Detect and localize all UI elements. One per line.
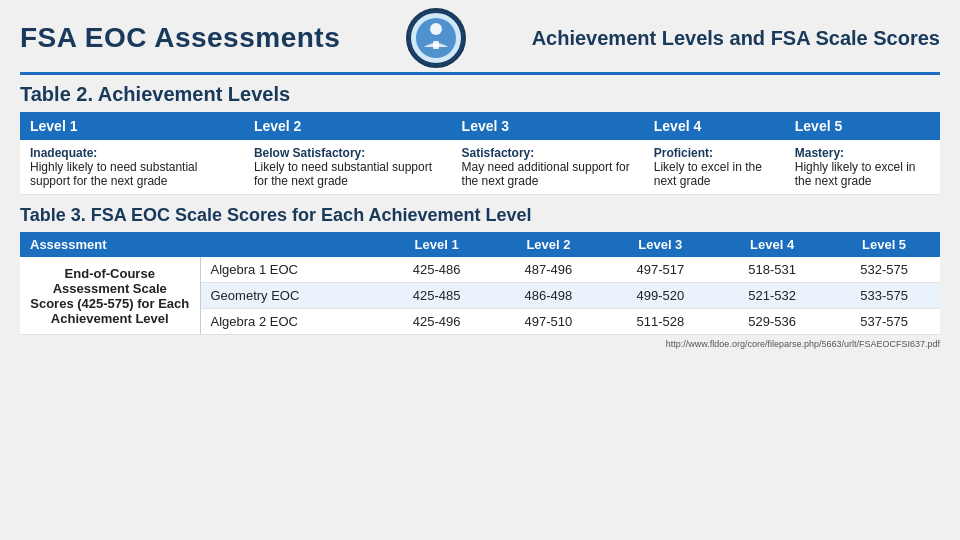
col-t3-level5: Level 5 — [828, 232, 940, 257]
page-title: FSA EOC Assessments — [20, 22, 340, 54]
level3-label: Satisfactory: — [462, 146, 535, 160]
table2-wrapper: Level 1 Level 2 Level 3 Level 4 Level 5 … — [0, 112, 960, 195]
col-t3-level4: Level 4 — [716, 232, 828, 257]
level4-desc: Likely to excel in the next grade — [654, 160, 762, 188]
col-level1: Level 1 — [20, 112, 244, 140]
algebra1-l1: 425-486 — [381, 257, 493, 283]
achievement-table: Level 1 Level 2 Level 3 Level 4 Level 5 … — [20, 112, 940, 195]
table3-wrapper: Assessment Level 1 Level 2 Level 3 Level… — [0, 232, 960, 335]
algebra2-l4: 529-536 — [716, 309, 828, 335]
level3-desc: May need additional support for the next… — [462, 160, 630, 188]
algebra1-l5: 532-575 — [828, 257, 940, 283]
logo-svg — [409, 11, 463, 65]
header-subtitle: Achievement Levels and FSA Scale Scores — [532, 27, 940, 50]
col-level4: Level 4 — [644, 112, 785, 140]
geometry-l5: 533-575 — [828, 283, 940, 309]
svg-rect-3 — [433, 41, 439, 49]
level4-label: Proficient: — [654, 146, 713, 160]
algebra2-l1: 425-496 — [381, 309, 493, 335]
table3-title: Table 3. FSA EOC Scale Scores for Each A… — [0, 195, 960, 232]
table-row: End-of-Course Assessment Scale Scores (4… — [20, 257, 940, 283]
level5-cell: Mastery: Highly likely to excel in the n… — [785, 140, 940, 195]
table3-header-row: Assessment Level 1 Level 2 Level 3 Level… — [20, 232, 940, 257]
table2-header-row: Level 1 Level 2 Level 3 Level 4 Level 5 — [20, 112, 940, 140]
geometry-l4: 521-532 — [716, 283, 828, 309]
page: FSA EOC Assessments Achievement Levels a… — [0, 0, 960, 540]
assessment-algebra2: Algebra 2 EOC — [200, 309, 381, 335]
scale-table: Assessment Level 1 Level 2 Level 3 Level… — [20, 232, 940, 335]
algebra1-l2: 487-496 — [493, 257, 605, 283]
col-t3-level3: Level 3 — [604, 232, 716, 257]
level1-label: Inadequate: — [30, 146, 97, 160]
level2-cell: Below Satisfactory: Likely to need subst… — [244, 140, 452, 195]
col-assessment: Assessment — [20, 232, 381, 257]
col-level3: Level 3 — [452, 112, 644, 140]
algebra1-l4: 518-531 — [716, 257, 828, 283]
level4-cell: Proficient: Likely to excel in the next … — [644, 140, 785, 195]
col-t3-level2: Level 2 — [493, 232, 605, 257]
table-row: Inadequate: Highly likely to need substa… — [20, 140, 940, 195]
level5-desc: Highly likely to excel in the next grade — [795, 160, 916, 188]
geometry-l1: 425-485 — [381, 283, 493, 309]
row-header: End-of-Course Assessment Scale Scores (4… — [20, 257, 200, 335]
table2-title: Table 2. Achievement Levels — [0, 75, 960, 112]
header: FSA EOC Assessments Achievement Levels a… — [0, 0, 960, 72]
algebra2-l3: 511-528 — [604, 309, 716, 335]
header-left: FSA EOC Assessments — [20, 22, 340, 54]
geometry-l2: 486-498 — [493, 283, 605, 309]
level3-cell: Satisfactory: May need additional suppor… — [452, 140, 644, 195]
svg-point-2 — [430, 23, 442, 35]
col-t3-level1: Level 1 — [381, 232, 493, 257]
assessment-algebra1: Algebra 1 EOC — [200, 257, 381, 283]
level5-label: Mastery: — [795, 146, 844, 160]
col-level5: Level 5 — [785, 112, 940, 140]
level2-desc: Likely to need substantial support for t… — [254, 160, 432, 188]
level2-label: Below Satisfactory: — [254, 146, 365, 160]
col-level2: Level 2 — [244, 112, 452, 140]
algebra2-l5: 537-575 — [828, 309, 940, 335]
algebra1-l3: 497-517 — [604, 257, 716, 283]
level1-desc: Highly likely to need substantial suppor… — [30, 160, 197, 188]
footer-url: http://www.fldoe.org/core/fileparse.php/… — [666, 339, 940, 349]
geometry-l3: 499-520 — [604, 283, 716, 309]
algebra2-l2: 497-510 — [493, 309, 605, 335]
footer: http://www.fldoe.org/core/fileparse.php/… — [0, 335, 960, 351]
logo — [406, 8, 466, 68]
assessment-geometry: Geometry EOC — [200, 283, 381, 309]
level1-cell: Inadequate: Highly likely to need substa… — [20, 140, 244, 195]
